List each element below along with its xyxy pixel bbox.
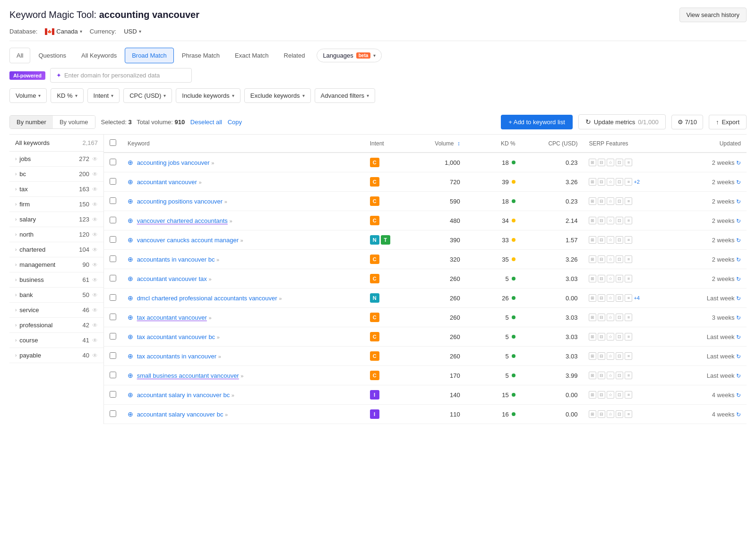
serp-feature-icon[interactable]: ⊡: [616, 294, 623, 302]
filter-include[interactable]: Include keywords ▾: [176, 88, 240, 103]
refresh-icon[interactable]: ↻: [736, 314, 741, 321]
serp-feature-icon[interactable]: ≡: [625, 197, 632, 205]
serp-feature-icon[interactable]: ⊟: [598, 314, 605, 321]
add-keyword-icon[interactable]: ⊕: [128, 275, 133, 282]
serp-feature-icon[interactable]: ≡: [625, 410, 632, 418]
keyword-cell[interactable]: ⊕ accounting jobs vancouver »: [122, 153, 364, 172]
eye-icon[interactable]: 👁: [92, 186, 98, 193]
row-checkbox[interactable]: [110, 294, 116, 301]
add-keyword-icon[interactable]: ⊕: [128, 410, 133, 418]
sidebar-item[interactable]: › firm 150 👁: [9, 197, 103, 212]
filter-exclude[interactable]: Exclude keywords ▾: [244, 88, 311, 103]
serp-feature-icon[interactable]: ⊞: [589, 333, 596, 340]
keyword-cell[interactable]: ⊕ small business accountant vancouver »: [122, 366, 364, 385]
sidebar-item[interactable]: › chartered 104 👁: [9, 242, 103, 257]
serp-feature-icon[interactable]: ☆: [607, 314, 614, 321]
serp-feature-icon[interactable]: ☆: [607, 410, 614, 418]
add-keyword-icon[interactable]: ⊕: [128, 333, 133, 340]
serp-feature-icon[interactable]: ⊟: [598, 217, 605, 224]
add-keyword-icon[interactable]: ⊕: [128, 314, 133, 321]
eye-icon[interactable]: 👁: [92, 337, 98, 344]
serp-feature-icon[interactable]: ⊞: [589, 410, 596, 418]
serp-feature-icon[interactable]: ⊞: [589, 217, 596, 224]
serp-feature-icon[interactable]: ⊡: [616, 178, 623, 186]
sidebar-item[interactable]: › jobs 272 👁: [9, 152, 103, 167]
sidebar-item[interactable]: › salary 123 👁: [9, 212, 103, 227]
sidebar-item[interactable]: › service 46 👁: [9, 303, 103, 318]
serp-feature-icon[interactable]: ≡: [625, 372, 632, 379]
eye-icon[interactable]: 👁: [92, 277, 98, 283]
serp-feature-icon[interactable]: ⊟: [598, 333, 605, 340]
row-checkbox[interactable]: [110, 372, 116, 378]
row-checkbox[interactable]: [110, 159, 116, 165]
add-keyword-icon[interactable]: ⊕: [128, 294, 133, 302]
tab-all-keywords[interactable]: All Keywords: [74, 48, 124, 63]
row-checkbox[interactable]: [110, 314, 116, 320]
keyword-cell[interactable]: ⊕ tax accountant vancouver bc »: [122, 327, 364, 347]
eye-icon[interactable]: 👁: [92, 156, 98, 162]
serp-feature-icon[interactable]: ⊞: [589, 178, 596, 186]
serp-feature-icon[interactable]: ≡: [625, 178, 632, 186]
eye-icon[interactable]: 👁: [92, 292, 98, 298]
add-to-keyword-list-button[interactable]: + Add to keyword list: [501, 115, 573, 129]
row-checkbox[interactable]: [110, 255, 116, 262]
serp-feature-icon[interactable]: ⊞: [589, 197, 596, 205]
add-keyword-icon[interactable]: ⊕: [128, 178, 133, 186]
refresh-icon[interactable]: ↻: [736, 179, 741, 186]
serp-feature-icon[interactable]: ⊞: [589, 294, 596, 302]
refresh-icon[interactable]: ↻: [736, 276, 741, 282]
serp-feature-icon[interactable]: ⊡: [616, 236, 623, 244]
deselect-all-link[interactable]: Deselect all: [190, 119, 222, 126]
filter-advanced[interactable]: Advanced filters ▾: [315, 88, 376, 103]
serp-feature-icon[interactable]: ⊞: [589, 314, 596, 321]
serp-feature-icon[interactable]: ⊞: [589, 236, 596, 244]
serp-feature-icon[interactable]: ☆: [607, 372, 614, 379]
serp-more[interactable]: +2: [634, 179, 640, 185]
add-keyword-icon[interactable]: ⊕: [128, 372, 133, 379]
languages-tab[interactable]: Languages beta ▾: [317, 49, 382, 62]
row-checkbox[interactable]: [110, 333, 116, 340]
db-country-select[interactable]: 🍁 Canada ▾: [45, 28, 82, 35]
filter-cpc[interactable]: CPC (USD) ▾: [123, 88, 172, 103]
serp-feature-icon[interactable]: ≡: [625, 236, 632, 244]
serp-feature-icon[interactable]: ≡: [625, 294, 632, 302]
add-keyword-icon[interactable]: ⊕: [128, 197, 133, 205]
serp-feature-icon[interactable]: ⊡: [616, 217, 623, 224]
row-checkbox[interactable]: [110, 217, 116, 223]
add-keyword-icon[interactable]: ⊕: [128, 236, 133, 244]
row-checkbox[interactable]: [110, 236, 116, 243]
refresh-icon[interactable]: ↻: [736, 353, 741, 360]
serp-feature-icon[interactable]: ☆: [607, 236, 614, 244]
row-checkbox[interactable]: [110, 391, 116, 398]
sidebar-item[interactable]: › payable 40 👁: [9, 348, 103, 363]
serp-feature-icon[interactable]: ⊟: [598, 159, 605, 166]
add-keyword-icon[interactable]: ⊕: [128, 352, 133, 360]
refresh-icon[interactable]: ↻: [736, 373, 741, 379]
refresh-icon[interactable]: ↻: [736, 160, 741, 166]
add-keyword-icon[interactable]: ⊕: [128, 217, 133, 224]
eye-icon[interactable]: 👁: [92, 171, 98, 178]
serp-feature-icon[interactable]: ⊟: [598, 372, 605, 379]
keyword-cell[interactable]: ⊕ accountant salary in vancouver bc »: [122, 385, 364, 405]
eye-icon[interactable]: 👁: [92, 231, 98, 238]
serp-feature-icon[interactable]: ⊡: [616, 391, 623, 399]
filter-volume[interactable]: Volume ▾: [9, 88, 47, 103]
filter-intent[interactable]: Intent ▾: [87, 88, 120, 103]
header-volume[interactable]: Volume ↕: [411, 135, 466, 153]
sidebar-item[interactable]: › course 41 👁: [9, 333, 103, 348]
keyword-cell[interactable]: ⊕ accountant vancouver tax »: [122, 269, 364, 289]
serp-feature-icon[interactable]: ≡: [625, 314, 632, 321]
serp-feature-icon[interactable]: ≡: [625, 352, 632, 360]
sidebar-item[interactable]: › business 61 👁: [9, 272, 103, 288]
settings-button[interactable]: ⚙ 7/10: [671, 115, 703, 129]
domain-input[interactable]: ✦ Enter domain for personalized data: [50, 68, 192, 83]
serp-feature-icon[interactable]: ⊞: [589, 255, 596, 263]
tab-phrase-match[interactable]: Phrase Match: [175, 48, 227, 63]
tab-broad-match[interactable]: Broad Match: [125, 48, 174, 63]
serp-feature-icon[interactable]: ≡: [625, 275, 632, 282]
sidebar-item[interactable]: › bank 50 👁: [9, 288, 103, 303]
serp-feature-icon[interactable]: ☆: [607, 391, 614, 399]
serp-feature-icon[interactable]: ⊡: [616, 372, 623, 379]
row-checkbox[interactable]: [110, 197, 116, 204]
add-keyword-icon[interactable]: ⊕: [128, 159, 133, 166]
